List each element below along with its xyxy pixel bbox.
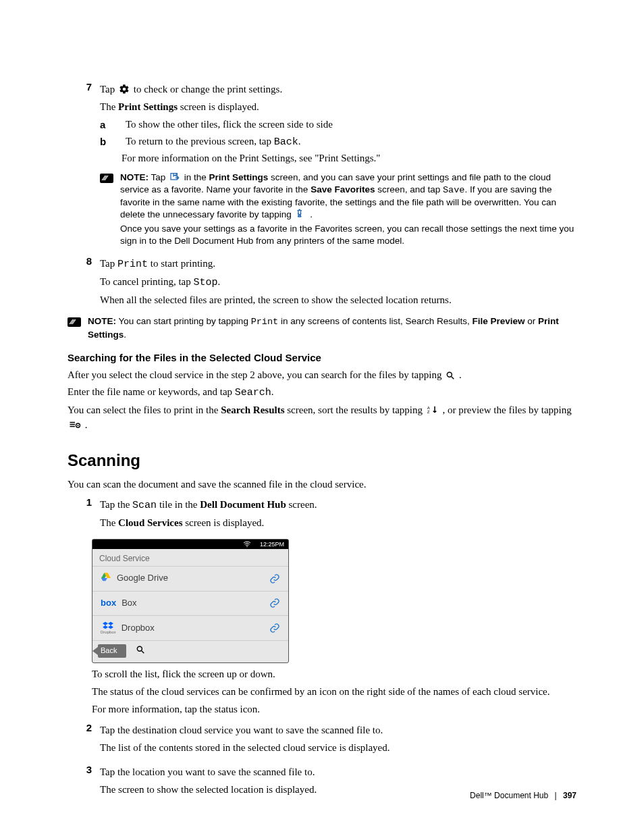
footer-title: Dell™ Document Hub [470,791,548,800]
scan-step-1: 1 Tap the Scan tile in the Dell Document… [68,495,576,533]
svg-text:Z: Z [427,410,430,414]
text-mono: Print [117,259,148,270]
substep-b-followup: For more information on the Print Settin… [122,151,576,166]
search-icon [446,371,455,380]
link-icon [269,598,280,608]
note-1: NOTE: Tap in the Print Settings screen, … [100,172,576,247]
note-body: NOTE: You can start printing by tapping … [88,315,576,340]
text: The [100,101,118,112]
substep-text: To return to the previous screen, tap Ba… [126,134,300,150]
text-bold: Dell Document Hub [200,499,286,510]
svg-point-7 [77,425,78,426]
text: . [85,419,88,430]
heading-scanning: Scanning [68,449,576,473]
text: . [307,209,313,219]
svg-point-9 [138,647,142,652]
text-mono: Scan [132,500,157,511]
text: You can start printing by tapping [116,316,251,326]
box-icon: box [101,597,116,610]
step-number: 1 [68,495,100,510]
step-number: 8 [68,254,100,269]
text-bold: Cloud Services [118,517,182,528]
wifi-icon [243,541,253,548]
device-back-button: Back [98,644,126,658]
text-mono: Search [235,387,271,398]
text-mono: Back [274,136,298,148]
device-row-dropbox: Dropbox Dropbox [92,615,288,641]
text: To cancel printing, tap [100,276,194,287]
svg-point-3 [447,372,452,377]
step8-line2: To cancel printing, tap Stop. [100,275,576,290]
text: tile in the [157,499,200,510]
link-icon [269,623,280,633]
step-body: Tap the destination cloud service you wa… [100,721,576,758]
text: screen is displayed. [178,101,259,112]
link-icon [269,573,280,584]
substep-letter: b [100,134,126,149]
note-label: NOTE: [120,172,149,182]
scan1-line1: Tap the Scan tile in the Dell Document H… [100,498,576,513]
svg-rect-2 [68,317,81,327]
text-bold: Search Results [221,405,284,415]
text: Enter the file name or keywords, and tap [68,386,235,397]
search-icon [136,644,145,658]
back-label: Back [101,646,117,656]
svg-text:A: A [427,406,430,410]
text: screen. [286,499,317,510]
search-p2: Enter the file name or keywords, and tap… [68,385,576,400]
step7-line1: Tap to check or change the print setting… [100,82,576,97]
delete-favorite-icon [295,209,306,219]
sort-az-icon: AZ [427,405,439,415]
svg-rect-0 [100,174,113,183]
text: Tap the location you want to save the sc… [100,765,576,780]
text: . [459,369,462,380]
device-screenshot: 12:25PM Cloud Service Google Drive box B… [92,539,289,664]
text: screen is displayed. [183,517,265,528]
step-8: 8 Tap Print to start printing. To cancel… [68,254,576,310]
text-bold: File Preview [473,316,525,326]
text: . [298,136,301,147]
text: The [100,517,118,528]
text-bold: Print Settings [209,172,269,182]
text-mono: Save [443,185,464,195]
text: . [218,276,221,287]
step-7: 7 Tap to check or change the print setti… [68,80,576,247]
scan-step-2: 2 Tap the destination cloud service you … [68,721,576,758]
text-mono: Stop [194,277,218,288]
scan1-line2: The Cloud Services screen is displayed. [100,516,576,531]
text: to check or change the print settings. [134,84,282,95]
device-footer: Back [92,640,288,662]
page: 7 Tap to check or change the print setti… [0,0,644,834]
dropbox-icon: Dropbox [101,621,116,635]
note-2: NOTE: You can start printing by tapping … [68,315,576,340]
text: , or preview the files by tapping [443,405,572,415]
page-number: 397 [563,791,576,800]
dropbox-sublabel: Dropbox [101,629,116,635]
search-p1: After you select the cloud service in th… [68,368,576,383]
scanning-intro: You can scan the document and save the s… [68,477,576,492]
text: You can select the files to print in the [68,405,221,415]
note-trail: Once you save your settings as a favorit… [120,223,576,247]
text: to start printing. [148,258,215,269]
substep-text: To show the other tiles, flick the scree… [126,118,333,132]
footer-sep: | [551,791,561,800]
preview-icon [69,421,81,430]
note-body: NOTE: Tap in the Print Settings screen, … [120,172,576,247]
substep-b: b To return to the previous screen, tap … [100,134,576,150]
text: For more information, tap the status ico… [92,702,576,717]
text: The status of the cloud services can be … [92,685,576,700]
step-body: Tap the Scan tile in the Dell Document H… [100,495,576,533]
device-row-label: Box [122,597,136,610]
text: in any screens of contents list, Search … [278,316,472,326]
text-bold: Print Settings [118,101,178,112]
page-footer: Dell™ Document Hub | 397 [470,790,576,802]
device-title: Cloud Service [92,549,288,566]
device-status-bar: 12:25PM [92,540,288,549]
step8-line3: When all the selected files are printed,… [100,293,576,308]
step-body: Tap to check or change the print setting… [100,80,576,247]
step-number: 2 [68,721,100,735]
text: After you select the cloud service in th… [68,369,444,380]
text: Tap [149,172,168,182]
text-mono: Print [251,317,279,327]
search-p3: You can select the files to print in the… [68,403,576,433]
